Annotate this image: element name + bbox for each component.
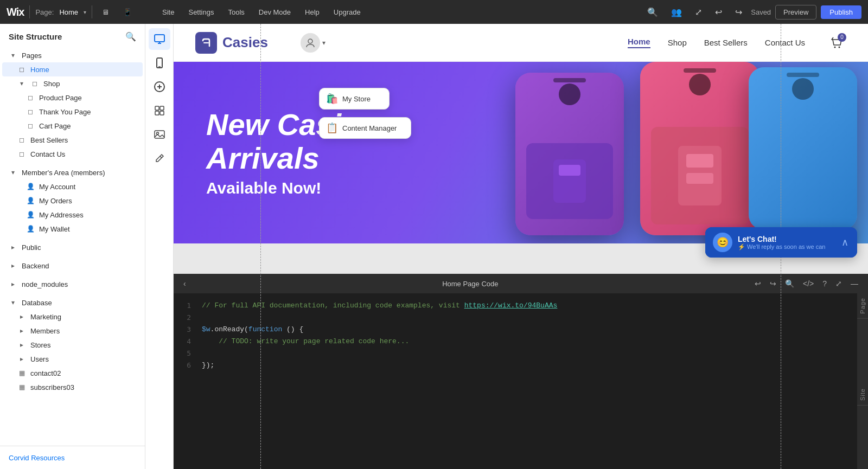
site-logo-icon: [195, 32, 217, 54]
sidebar-item-contact-us[interactable]: ◻ Contact Us: [2, 147, 143, 161]
user-icon[interactable]: [301, 33, 320, 53]
nav-settings-button[interactable]: Settings: [182, 6, 220, 18]
hero-subtitle: Available Now!: [206, 179, 375, 197]
nav-shop[interactable]: Shop: [668, 38, 687, 47]
sidebar-item-thank-you-page[interactable]: ◻ Thank You Page: [2, 105, 143, 119]
sidebar-public-section: ▸ Public: [0, 238, 145, 256]
nav-site-button[interactable]: Site: [156, 6, 181, 18]
nav-home[interactable]: Home: [628, 37, 650, 48]
chat-close-button[interactable]: ∧: [840, 235, 850, 249]
sidebar-backend-header[interactable]: ▸ Backend: [2, 259, 143, 273]
nav-tools-button[interactable]: Tools: [221, 6, 251, 18]
canvas-area: Casies ▾ Home Shop Best Sellers Cont: [174, 24, 868, 469]
page-icon-bs: ◻: [17, 136, 26, 144]
media-tool-button[interactable]: [149, 124, 170, 145]
undo-button[interactable]: ↩: [711, 5, 726, 20]
orders-icon: 👤: [26, 196, 35, 205]
mobile-view-button[interactable]: 📱: [119, 6, 136, 18]
chevron-down-icon: ▾: [9, 51, 17, 60]
sidebar-item-marketing[interactable]: ▸ Marketing: [2, 310, 143, 324]
sidebar-item-members-db[interactable]: ▸ Members: [2, 324, 143, 338]
sidebar-item-my-addresses[interactable]: 👤 My Addresses: [2, 208, 143, 222]
sidebar-item-stores-db[interactable]: ▸ Stores: [2, 338, 143, 352]
sidebar-item-best-sellers[interactable]: ◻ Best Sellers: [2, 133, 143, 147]
sidebar-item-shop[interactable]: ▾ ◻ Shop: [2, 76, 143, 91]
sidebar-members-header[interactable]: ▾ Member's Area (members): [2, 165, 143, 179]
line-5: 5: [187, 348, 191, 359]
sidebar-pages-header[interactable]: ▾ Pages: [2, 48, 143, 62]
sidebar-item-my-account[interactable]: 👤 My Account: [2, 179, 143, 194]
page-side-label[interactable]: Page: [857, 293, 868, 319]
desktop-view-button[interactable]: 🖥: [98, 6, 113, 18]
sidebar-item-cart-page[interactable]: ◻ Cart Page: [2, 119, 143, 133]
code-expand-button[interactable]: ⤢: [832, 278, 845, 289]
chat-widget[interactable]: 😊 Let's Chat! ⚡ We'll reply as soon as w…: [705, 227, 857, 258]
code-line-3: $w.onReady(function () {: [202, 324, 861, 336]
page-child-icon-2: ◻: [26, 107, 35, 116]
sidebar-database-section: ▾ Database ▸ Marketing ▸ Members ▸ Store…: [0, 293, 145, 396]
svg-line-14: [160, 156, 162, 158]
top-bar-right: 🔍 👥 ⤢ ↩ ↪ Saved Preview Publish: [643, 5, 861, 20]
sidebar-search-icon[interactable]: 🔍: [125, 31, 136, 42]
image-icon: [154, 129, 165, 140]
person-icon: [305, 37, 316, 48]
site-header: Casies ▾ Home Shop Best Sellers Cont: [174, 24, 868, 62]
thank-you-label: Thank You Page: [39, 108, 134, 116]
chat-title-text: Let's Chat! ⚡ We'll reply as soon as we …: [738, 235, 835, 250]
sidebar-item-home[interactable]: ◻ Home: [2, 62, 143, 76]
sidebar-item-users-db[interactable]: ▸ Users: [2, 352, 143, 366]
redo-button[interactable]: ↪: [731, 5, 746, 20]
my-store-icon: 🛍️: [326, 93, 338, 105]
sidebar-item-subscribers03[interactable]: ▦ subscribers03: [2, 380, 143, 394]
search-button[interactable]: 🔍: [643, 5, 662, 20]
corvid-resources-link[interactable]: Corvid Resources: [9, 454, 65, 462]
sidebar-item-contact02[interactable]: ▦ contact02: [2, 366, 143, 380]
preview-button[interactable]: Preview: [775, 5, 816, 20]
members-button[interactable]: 👥: [667, 5, 686, 20]
content-manager-panel[interactable]: 📋 Content Manager: [319, 117, 411, 139]
pen-tool-button[interactable]: [149, 147, 170, 169]
publish-button[interactable]: Publish: [821, 5, 861, 19]
nav-upgrade-button[interactable]: Upgrade: [327, 6, 367, 18]
code-redo-button[interactable]: ↪: [767, 278, 780, 289]
sidebar-item-my-wallet[interactable]: 👤 My Wallet: [2, 222, 143, 236]
expand-button[interactable]: ⤢: [691, 5, 706, 20]
table-icon: ▦: [17, 369, 26, 377]
code-collapse-button[interactable]: —: [847, 278, 861, 289]
code-undo-button[interactable]: ↩: [751, 278, 764, 289]
page-child-icon-3: ◻: [26, 121, 35, 130]
nav-best-sellers[interactable]: Best Sellers: [704, 38, 748, 47]
code-help-button[interactable]: ?: [819, 278, 830, 289]
content-manager-icon: 📋: [326, 122, 338, 134]
sidebar-database-header[interactable]: ▾ Database: [2, 295, 143, 310]
sidebar-item-product-page[interactable]: ◻ Product Page: [2, 91, 143, 105]
code-wrap-button[interactable]: </>: [800, 278, 817, 289]
mobile-tool-button[interactable]: [149, 52, 170, 74]
members-db-label: Members: [30, 327, 134, 335]
line-2: 2: [187, 312, 191, 324]
page-dropdown-arrow-icon[interactable]: ▾: [84, 9, 86, 15]
layout-tool-button[interactable]: [149, 100, 170, 121]
code-line-5: [202, 348, 861, 359]
cart-icon[interactable]: 0: [827, 33, 846, 53]
desktop-tool-button[interactable]: [149, 28, 170, 50]
sidebar-public-header[interactable]: ▸ Public: [2, 240, 143, 254]
site-side-label[interactable]: Site: [857, 384, 868, 406]
code-content[interactable]: // For full API documentation, including…: [195, 293, 868, 469]
top-bar: Wix Page: Home ▾ 🖥 📱 Site Settings Tools…: [0, 0, 868, 24]
pages-label: Pages: [22, 52, 134, 60]
nav-devmode-button[interactable]: Dev Mode: [252, 6, 297, 18]
sidebar-node-header[interactable]: ▸ node_modules: [2, 277, 143, 291]
api-link[interactable]: https://wix.to/94BuAAs: [464, 301, 558, 310]
nav-help-button[interactable]: Help: [298, 6, 326, 18]
code-zoom-in-button[interactable]: 🔍: [782, 278, 797, 289]
sidebar-members-section: ▾ Member's Area (members) 👤 My Account 👤…: [0, 163, 145, 238]
my-store-panel[interactable]: 🛍️ My Store: [319, 88, 390, 110]
code-line-6: });: [202, 359, 861, 371]
chevron-right-icon-mb: ▸: [17, 326, 26, 335]
nav-contact-us[interactable]: Contact Us: [765, 38, 805, 47]
code-panel-body: Page Site 1 2 3 4 5 6 // For full API do…: [174, 293, 868, 469]
add-element-button[interactable]: [149, 76, 170, 98]
code-back-button[interactable]: ‹: [180, 278, 189, 289]
sidebar-item-my-orders[interactable]: 👤 My Orders: [2, 194, 143, 208]
